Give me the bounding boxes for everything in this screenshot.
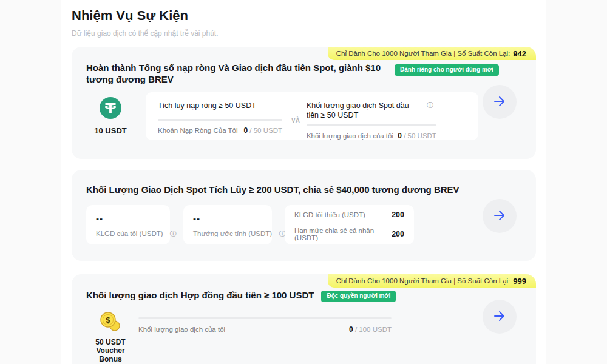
detail-value: 200 <box>392 211 404 219</box>
limit-badge-text: Chỉ Dành Cho 1000 Người Tham Gia | Số Su… <box>336 277 510 285</box>
stat-estimated-reward: -- Thưởng ước tính (USDT) ⓘ <box>183 205 272 244</box>
card-stats-row: -- KLGD của tôi (USDT) ⓘ -- Thưởng ước t… <box>72 195 536 244</box>
condition-first-spot-trade: Khối lượng giao dịch Spot đầu tiên ≥ 50 … <box>307 101 436 140</box>
go-to-task-button[interactable] <box>483 85 517 119</box>
reward: $ 50 USDT Voucher Bonus <box>86 308 135 363</box>
new-user-tag: Độc quyền người mới <box>321 291 396 302</box>
condition-title: Khối lượng giao dịch Spot đầu tiên ≥ 50 … <box>307 101 422 120</box>
condition-title-row: Khối lượng giao dịch Spot đầu tiên ≥ 50 … <box>307 101 436 120</box>
main-content: Nhiệm Vụ Sự Kiện Dữ liệu giao dịch có th… <box>61 0 546 364</box>
stat-label: Thưởng ước tính (USDT) ⓘ <box>193 229 262 238</box>
progress-label-row: Khối lượng giao dịch của tôi 0 / 50 USDT <box>307 132 436 140</box>
usdt-icon <box>100 110 121 121</box>
participation-limit-badge: Chỉ Dành Cho 1000 Người Tham Gia | Số Su… <box>328 274 536 288</box>
progress-label-row: Khối lượng giao dịch của tôi 0 / 100 USD… <box>138 325 392 334</box>
arrow-right-icon <box>492 94 507 110</box>
task-card-spot-volume-share: Khối Lượng Giao Dịch Spot Tích Lũy ≥ 200… <box>72 170 536 261</box>
card-main-row: 10 USDT Tích lũy nạp ròng ≥ 50 USDT Khoả… <box>72 85 536 140</box>
futures-progress-section: Khối lượng giao dịch của tôi 0 / 100 USD… <box>138 308 392 334</box>
card-main-row: $ 50 USDT Voucher Bonus Khối lượng giao … <box>72 302 536 363</box>
page-subtitle: Dữ liệu giao dịch có thể cập nhật trễ và… <box>72 29 546 38</box>
task-title: Khối Lượng Giao Dịch Spot Tích Lũy ≥ 200… <box>86 184 459 195</box>
task-title: Hoàn thành Tổng số nạp ròng Và Giao dịch… <box>86 62 385 85</box>
stat-label: KLGD của tôi (USDT) ⓘ <box>96 229 160 238</box>
info-icon[interactable]: ⓘ <box>170 230 177 237</box>
stat-my-volume: -- KLGD của tôi (USDT) ⓘ <box>86 205 170 244</box>
progress-label: Khối lượng giao dịch của tôi <box>307 132 393 140</box>
progress-label-row: Khoản Nạp Ròng Của Tôi 0 / 50 USDT <box>158 126 282 135</box>
slots-remaining-count: 999 <box>513 277 526 286</box>
progress-value: 0 / 100 USDT <box>349 325 392 334</box>
stat-value: -- <box>96 213 160 223</box>
svg-text:$: $ <box>106 315 110 325</box>
coin-icon: $ <box>98 324 123 334</box>
task-card-deposit-and-spot-trade: Chỉ Dành Cho 1000 Người Tham Gia | Số Su… <box>72 47 536 159</box>
task-card-first-futures-trade: Chỉ Dành Cho 1000 Người Tham Gia | Số Su… <box>72 274 536 364</box>
progress-bar <box>138 317 392 319</box>
arrow-right-icon <box>492 208 507 224</box>
detail-label: KLGD tối thiểu (USDT) <box>294 211 365 218</box>
progress-value: 0 / 50 USDT <box>243 126 282 135</box>
card-title-row: Khối Lượng Giao Dịch Spot Tích Lũy ≥ 200… <box>72 170 536 195</box>
slots-remaining-count: 942 <box>513 49 526 58</box>
reward-amount: 50 USDT Voucher Bonus <box>86 338 135 363</box>
go-to-task-button[interactable] <box>483 300 517 334</box>
progress-bar <box>158 119 282 121</box>
detail-label: Hạn mức chia sẻ cá nhân (USDT) <box>294 227 392 241</box>
reward: 10 USDT <box>86 92 135 135</box>
stat-value: -- <box>193 213 262 223</box>
page-title: Nhiệm Vụ Sự Kiện <box>61 0 546 24</box>
task-title: Khối lượng giao dịch Hợp đồng đầu tiên ≥… <box>86 289 314 301</box>
progress-value: 0 / 50 USDT <box>398 132 436 140</box>
condition-net-deposit: Tích lũy nạp ròng ≥ 50 USDT Khoản Nạp Rò… <box>158 101 282 140</box>
detail-row-min-volume: KLGD tối thiểu (USDT) 200 <box>294 205 404 224</box>
limit-badge-text: Chỉ Dành Cho 1000 Người Tham Gia | Số Su… <box>336 50 510 57</box>
progress-label: Khoản Nạp Ròng Của Tôi <box>158 127 238 134</box>
participation-limit-badge: Chỉ Dành Cho 1000 Người Tham Gia | Số Su… <box>328 47 536 60</box>
task-details-box: KLGD tối thiểu (USDT) 200 Hạn mức chia s… <box>285 205 414 244</box>
and-connector: VÀ <box>291 117 300 124</box>
detail-value: 200 <box>392 230 404 238</box>
new-user-tag: Dành riêng cho người dùng mới <box>395 64 499 76</box>
reward-amount: 10 USDT <box>86 126 135 135</box>
arrow-right-icon <box>492 309 507 325</box>
go-to-task-button[interactable] <box>483 199 517 233</box>
progress-bar <box>307 124 436 126</box>
conditions-panel: Tích lũy nạp ròng ≥ 50 USDT Khoản Nạp Rò… <box>146 92 478 140</box>
info-icon[interactable]: ⓘ <box>427 101 433 109</box>
condition-title: Tích lũy nạp ròng ≥ 50 USDT <box>158 101 282 110</box>
detail-row-personal-cap: Hạn mức chia sẻ cá nhân (USDT) 200 <box>294 224 404 244</box>
progress-label: Khối lượng giao dịch của tôi <box>138 326 225 333</box>
